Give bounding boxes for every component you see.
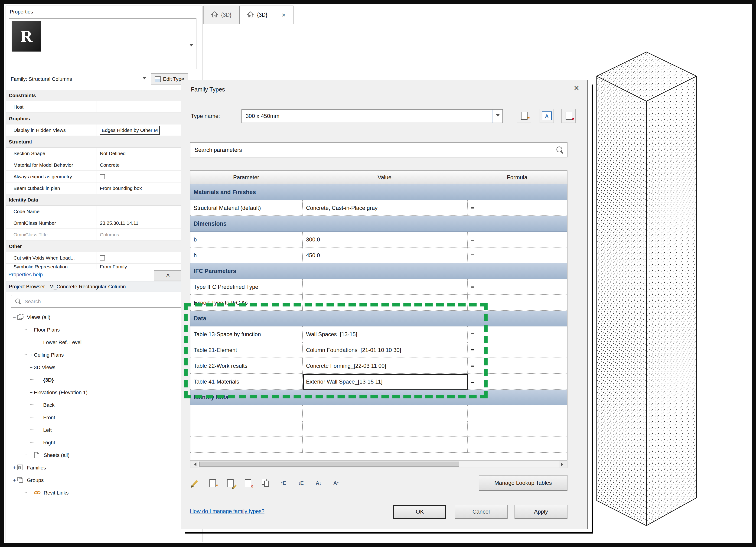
- tree-item[interactable]: Revit Links: [9, 486, 200, 499]
- formula-cell[interactable]: =: [468, 326, 567, 342]
- tree-item[interactable]: +Groups: [9, 474, 200, 486]
- collapse-minus-icon[interactable]: −: [28, 364, 34, 370]
- value-cell[interactable]: 450.0: [303, 247, 468, 263]
- view-tab[interactable]: {3D}: [203, 6, 239, 24]
- tree-item[interactable]: Sheets (all): [9, 449, 200, 461]
- properties-panel-title: Properties: [10, 9, 33, 14]
- value-edit-box[interactable]: Exterior Wall Space_[13-15 11]: [303, 374, 468, 390]
- parameter-cell[interactable]: Table 41-Materials: [190, 374, 303, 390]
- parameter-cell[interactable]: Table 13-Space by function: [190, 326, 303, 342]
- tree-item[interactable]: Lower Ref. Level: [9, 336, 200, 348]
- family-types-help-link[interactable]: How do I manage family types?: [190, 508, 264, 514]
- value-cell[interactable]: [303, 437, 468, 453]
- edit-button[interactable]: [189, 477, 201, 489]
- collapse-minus-icon[interactable]: −: [28, 389, 34, 395]
- parameter-cell[interactable]: h: [190, 247, 303, 263]
- parameter-cell[interactable]: [190, 405, 303, 421]
- horizontal-scrollbar[interactable]: [190, 460, 567, 468]
- parameter-cell[interactable]: Type IFC Predefined Type: [190, 279, 303, 295]
- scroll-right-arrow[interactable]: [559, 461, 567, 468]
- tree-item[interactable]: Left: [9, 423, 200, 436]
- value-cell[interactable]: [303, 279, 468, 295]
- value-cell[interactable]: [303, 421, 468, 437]
- value-cell[interactable]: [303, 405, 468, 421]
- edit-parameter-button[interactable]: [224, 477, 236, 489]
- parameter-cell[interactable]: [190, 437, 303, 453]
- tree-item[interactable]: −Elevations (Elevation 1): [9, 386, 200, 398]
- chevron-down-icon[interactable]: [492, 110, 502, 123]
- close-icon[interactable]: ×: [574, 83, 579, 93]
- new-type-button[interactable]: *: [517, 109, 531, 123]
- parameter-cell[interactable]: Table 22-Work results: [190, 358, 303, 374]
- rename-type-button[interactable]: A: [540, 109, 554, 123]
- scroll-left-arrow[interactable]: [190, 461, 198, 468]
- properties-help-link[interactable]: Properties help: [8, 272, 43, 277]
- close-icon[interactable]: ×: [282, 12, 286, 18]
- properties-grid: ConstraintsHostGraphicsDisplay in Hidden…: [6, 90, 202, 269]
- parameter-cell[interactable]: b: [190, 232, 303, 247]
- move-up-button[interactable]: ↑E: [277, 477, 289, 489]
- value-cell[interactable]: Wall Spaces_[13-15]: [303, 326, 468, 342]
- collapse-minus-icon[interactable]: −: [12, 314, 17, 320]
- parameter-cell[interactable]: Structural Material (default): [190, 200, 303, 216]
- ok-button[interactable]: OK: [393, 505, 446, 519]
- column-header[interactable]: Formula: [467, 170, 567, 184]
- formula-cell[interactable]: =: [468, 247, 567, 263]
- apply-button[interactable]: Apply: [515, 505, 567, 519]
- formula-cell[interactable]: =: [468, 279, 567, 295]
- cancel-button[interactable]: Cancel: [455, 505, 508, 519]
- scrollbar-thumb[interactable]: [199, 462, 459, 467]
- formula-cell[interactable]: =: [468, 200, 567, 216]
- tree-item[interactable]: Front: [9, 411, 200, 423]
- delete-type-button[interactable]: ×: [561, 109, 576, 123]
- expand-plus-icon[interactable]: +: [12, 477, 17, 483]
- copy-parameter-button[interactable]: [259, 477, 272, 489]
- formula-cell[interactable]: [468, 437, 567, 453]
- checkbox[interactable]: [100, 255, 105, 260]
- parameter-cell[interactable]: [190, 421, 303, 437]
- tree-item[interactable]: {3D}: [9, 373, 200, 386]
- value-cell[interactable]: Column Foundations_[21-01 10 10 30]: [303, 342, 468, 358]
- delete-parameter-button[interactable]: ×: [241, 477, 254, 489]
- type-selector[interactable]: R: [9, 18, 196, 69]
- formula-cell[interactable]: =: [468, 342, 567, 358]
- checkbox[interactable]: [100, 174, 105, 179]
- expand-plus-icon[interactable]: +: [12, 465, 17, 470]
- value-cell[interactable]: [303, 295, 468, 311]
- expand-plus-icon[interactable]: +: [28, 352, 34, 357]
- view-tab-active[interactable]: {3D}×: [239, 6, 293, 24]
- tree-item[interactable]: +Ceiling Plans: [9, 348, 200, 361]
- formula-cell[interactable]: =: [468, 358, 567, 374]
- formula-cell[interactable]: [468, 405, 567, 421]
- sort-ascending-button[interactable]: A↓: [312, 477, 325, 489]
- formula-cell[interactable]: =: [468, 374, 567, 390]
- new-type-icon: *: [521, 112, 527, 120]
- chevron-down-icon[interactable]: [189, 42, 193, 50]
- value-cell[interactable]: Concrete, Cast-in-Place gray: [303, 200, 468, 216]
- collapse-minus-icon[interactable]: −: [28, 327, 34, 332]
- type-name-select[interactable]: 300 x 450mm: [241, 109, 503, 123]
- tree-item[interactable]: +Families: [9, 461, 200, 474]
- project-browser-search[interactable]: Search: [11, 295, 197, 308]
- sort-descending-button[interactable]: A↑: [330, 477, 342, 489]
- tree-item[interactable]: −3D Views: [9, 361, 200, 373]
- family-selector[interactable]: Family: Structural Columns: [9, 73, 148, 85]
- column-header[interactable]: Parameter: [190, 170, 302, 184]
- value-cell[interactable]: 300.0: [303, 232, 468, 247]
- new-parameter-button[interactable]: *: [206, 477, 219, 489]
- formula-cell[interactable]: [468, 421, 567, 437]
- parameter-cell[interactable]: Table 21-Element: [190, 342, 303, 358]
- formula-cell[interactable]: =: [468, 232, 567, 247]
- tree-item[interactable]: Right: [9, 436, 200, 449]
- manage-lookup-tables-button[interactable]: Manage Lookup Tables: [479, 475, 567, 491]
- column-header[interactable]: Value: [302, 170, 467, 184]
- move-down-button[interactable]: ↓E: [294, 477, 307, 489]
- value-cell[interactable]: Concrete Forming_[22-03 11 00]: [303, 358, 468, 374]
- property-row: Always export as geometry: [6, 171, 202, 182]
- parameter-cell[interactable]: Export Type to IFC As: [190, 295, 303, 311]
- parameter-search-input[interactable]: Search parameters: [190, 142, 567, 157]
- tree-item[interactable]: −Views (all): [9, 311, 200, 323]
- formula-cell[interactable]: =: [468, 295, 567, 311]
- tree-item[interactable]: −Floor Plans: [9, 323, 200, 336]
- tree-item[interactable]: Back: [9, 398, 200, 411]
